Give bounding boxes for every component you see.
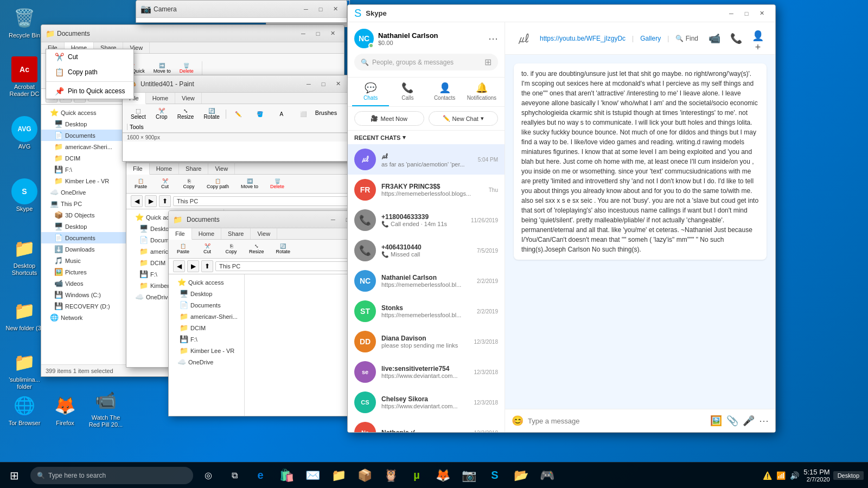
chat-item-7[interactable]: se live:sensitiveterrie754 https://www.d… bbox=[348, 357, 505, 387]
chat-item-5[interactable]: ST Stonks https://rememeberlessfool.bl..… bbox=[348, 296, 505, 326]
taskbar-firefox2[interactable]: 🦊 bbox=[430, 463, 456, 489]
sidebar-windows-c[interactable]: 💾 Windows (C:) bbox=[41, 289, 138, 300]
chat-item-9[interactable]: Na Nathanie :( 12/3/2018 bbox=[348, 418, 505, 432]
desktop-icon-subliminal[interactable]: 📁 'sublimina... folder bbox=[3, 347, 46, 393]
taskbar-utorrent[interactable]: µ bbox=[404, 463, 430, 489]
ribbon-2-moveto[interactable]: ➡️ Move to bbox=[237, 177, 262, 191]
find-btn[interactable]: 🔍 Find bbox=[675, 35, 698, 42]
sidebar-3dobjects[interactable]: 📦 3D Objects bbox=[41, 209, 138, 221]
desktop-icon-recycle-bin[interactable]: 🗑️ Recycle Bin bbox=[3, 3, 46, 41]
video-call-btn[interactable]: 📹 bbox=[706, 30, 723, 47]
sidebar-pictures[interactable]: 🖼️ Pictures bbox=[41, 266, 138, 278]
chat-header-link[interactable]: https://youtu.be/WFE_jIzgyDc bbox=[540, 35, 626, 42]
image-btn[interactable]: 🖼️ bbox=[710, 415, 722, 427]
ribbon-2-share[interactable]: Share bbox=[179, 163, 208, 174]
emoji-btn[interactable]: 😊 bbox=[512, 415, 524, 427]
paint-tab-view[interactable]: View bbox=[175, 93, 202, 104]
chat-item-4[interactable]: NC Nathaniel Carlson https://rememeberle… bbox=[348, 266, 505, 296]
sb3-desktop[interactable]: 🖥️ Desktop bbox=[169, 288, 244, 299]
sb3-quickaccess[interactable]: ⭐ Quick access bbox=[169, 277, 244, 288]
paint-maximize[interactable]: □ bbox=[316, 79, 330, 89]
desktop-icon-skype[interactable]: S Skype bbox=[3, 176, 46, 215]
ribbon-3-copy[interactable]: ⎘ Copy bbox=[221, 242, 241, 256]
skype-more-btn[interactable]: ⋯ bbox=[488, 33, 498, 44]
camera-close-btn[interactable]: ✕ bbox=[328, 4, 342, 15]
paint-resize-btn[interactable]: ⤡ Resize bbox=[174, 106, 198, 121]
sb3-f[interactable]: 💾 F:\ bbox=[169, 333, 244, 345]
ribbon-3-paste[interactable]: 📋 Paste bbox=[173, 242, 193, 256]
explorer-2-forward[interactable]: ▶ bbox=[145, 195, 157, 207]
paint-pencil-btn[interactable]: ✏️ bbox=[228, 110, 248, 119]
ctx-pin[interactable]: 📌 Pin to Quick access bbox=[46, 84, 133, 99]
paint-close[interactable]: ✕ bbox=[331, 79, 345, 89]
explorer-3-breadcrumb[interactable]: This PC bbox=[215, 261, 369, 271]
skype-nav-chats[interactable]: 💬 Chats bbox=[352, 78, 389, 106]
taskbar-edge[interactable]: e bbox=[247, 463, 273, 489]
ribbon-3-view[interactable]: View bbox=[251, 228, 277, 239]
sidebar-downloads[interactable]: ⬇️ Downloads bbox=[41, 243, 138, 255]
taskbar-amazon[interactable]: 📦 bbox=[352, 463, 378, 489]
chat-item-0[interactable]: ㎕ ㎕ as far as 'panic/aemotion' 'per... 5… bbox=[348, 144, 505, 175]
chat-item-8[interactable]: CS Chelsey Sikora https://www.deviantart… bbox=[348, 387, 505, 418]
sidebar-f-drive[interactable]: 💾 F:\ bbox=[41, 164, 138, 175]
ribbon-3-home[interactable]: Home bbox=[192, 228, 221, 239]
skype-nav-calls[interactable]: 📞 Calls bbox=[389, 78, 426, 106]
explorer-2-breadcrumb[interactable]: This PC bbox=[173, 196, 360, 206]
ribbon-2-copypath[interactable]: 📋 Copy path bbox=[203, 177, 233, 191]
desktop-icon-firefox[interactable]: 🦊 Firefox bbox=[43, 390, 87, 429]
skype-search[interactable]: 🔍 People, groups & messages ⊞ bbox=[354, 54, 498, 70]
skype-nav-contacts[interactable]: 👤 Contacts bbox=[426, 78, 463, 106]
new-chat-btn[interactable]: ✏️ New Chat ▾ bbox=[429, 111, 499, 126]
ribbon-2-view[interactable]: View bbox=[208, 163, 235, 174]
paint-select-btn[interactable]: ⬚ Select bbox=[127, 106, 150, 121]
tray-volume-icon[interactable]: 🔊 bbox=[789, 470, 800, 481]
start-button[interactable]: ⊞ bbox=[0, 463, 28, 489]
sidebar-recovery[interactable]: 💾 RECOVERY (D:) bbox=[41, 300, 138, 312]
taskbar-filemanager[interactable]: 📂 bbox=[508, 463, 534, 489]
ctx-cut[interactable]: ✂️ Cut bbox=[46, 49, 133, 65]
ribbon-2-delete[interactable]: 🗑️ Delete bbox=[266, 177, 288, 191]
explorer-3-up[interactable]: ⬆ bbox=[201, 260, 213, 272]
audio-call-btn[interactable]: 📞 bbox=[727, 30, 745, 47]
sidebar-network[interactable]: 🌐 Network bbox=[41, 312, 138, 323]
paint-crop-btn[interactable]: ✂️ Crop bbox=[152, 106, 171, 121]
taskbar-store[interactable]: 🛍️ bbox=[273, 463, 299, 489]
sidebar-videos[interactable]: 📹 Videos bbox=[41, 278, 138, 289]
taskbar-games[interactable]: 🎮 bbox=[534, 463, 560, 489]
desktop-icon-watch-red[interactable]: 📹 Watch The Red Pill 20... bbox=[84, 385, 127, 431]
taskbar-tripadvisor[interactable]: 🦉 bbox=[378, 463, 404, 489]
chat-input[interactable] bbox=[528, 417, 706, 425]
tray-warning-icon[interactable]: ⚠️ bbox=[762, 470, 773, 481]
skype-maximize-btn[interactable]: □ bbox=[739, 8, 754, 19]
sidebar-desktop2[interactable]: 🖥️ Desktop bbox=[41, 221, 138, 232]
sidebar-onedrive[interactable]: ☁️ OneDrive bbox=[41, 187, 138, 198]
taskbar-search[interactable]: 🔍 Type here to search bbox=[30, 467, 193, 484]
sb3-kimber[interactable]: 📁 Kimber Lee - VR bbox=[169, 345, 244, 356]
sidebar-documents2[interactable]: 📄 Documents bbox=[41, 232, 138, 243]
paint-eraser-btn[interactable]: ⬜ bbox=[293, 110, 313, 119]
ribbon-3-cut[interactable]: ✂️ Cut bbox=[197, 242, 217, 256]
chat-item-1[interactable]: FR FR3AKY PRINC3$$ https://rememeberless… bbox=[348, 175, 505, 205]
ctx-copy-path[interactable]: 📋 Copy path bbox=[46, 65, 133, 80]
sb3-dcim[interactable]: 📁 DCIM bbox=[169, 322, 244, 333]
paint-minimize[interactable]: ─ bbox=[302, 79, 316, 89]
ribbon-2-paste[interactable]: 📋 Paste bbox=[131, 177, 151, 191]
desktop-icon-acrobat[interactable]: Ac Acrobat Reader DC bbox=[3, 54, 46, 100]
skype-nav-notifications[interactable]: 🔔 Notifications bbox=[463, 78, 500, 106]
taskbar-cortana-btn[interactable]: ◎ bbox=[195, 463, 221, 489]
explorer-1-minimize[interactable]: ─ bbox=[296, 28, 310, 39]
explorer-1-close[interactable]: ✕ bbox=[326, 28, 340, 39]
camera-maximize-btn[interactable]: □ bbox=[314, 4, 328, 15]
chat-item-6[interactable]: DD Diana Davison please stop sending me … bbox=[348, 326, 505, 357]
ribbon-2-file[interactable]: File bbox=[126, 163, 150, 175]
ribbon-3-rotate[interactable]: 🔄 Rotate bbox=[272, 242, 295, 256]
show-desktop-btn[interactable]: Desktop bbox=[833, 471, 864, 480]
add-person-btn[interactable]: 👤+ bbox=[749, 30, 767, 47]
ribbon-2-cut[interactable]: ✂️ Cut bbox=[155, 177, 175, 191]
ribbon-3-file[interactable]: File bbox=[169, 228, 192, 240]
ribbon-3-resize[interactable]: ⤡ Resize bbox=[245, 242, 268, 256]
camera-minimize-btn[interactable]: ─ bbox=[299, 4, 313, 15]
sidebar-kimber[interactable]: 📁 Kimber Lee - VR bbox=[41, 175, 138, 187]
desktop-icon-desktop-shortcuts[interactable]: 📁 Desktop Shortcuts bbox=[3, 233, 46, 279]
explorer-3-minimize[interactable]: ─ bbox=[326, 214, 340, 225]
